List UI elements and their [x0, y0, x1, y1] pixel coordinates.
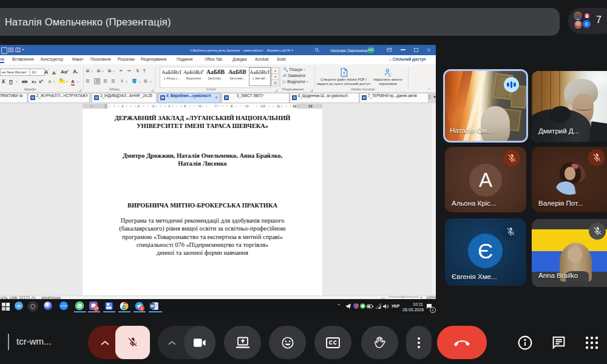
svg-text:w: w: [31, 95, 35, 99]
svg-text:W: W: [150, 304, 154, 308]
svg-text:w: w: [95, 95, 98, 99]
svg-text:w: w: [362, 95, 366, 99]
svg-text:w: w: [161, 95, 164, 99]
svg-text:w: w: [225, 95, 228, 99]
svg-text:w: w: [293, 95, 296, 99]
